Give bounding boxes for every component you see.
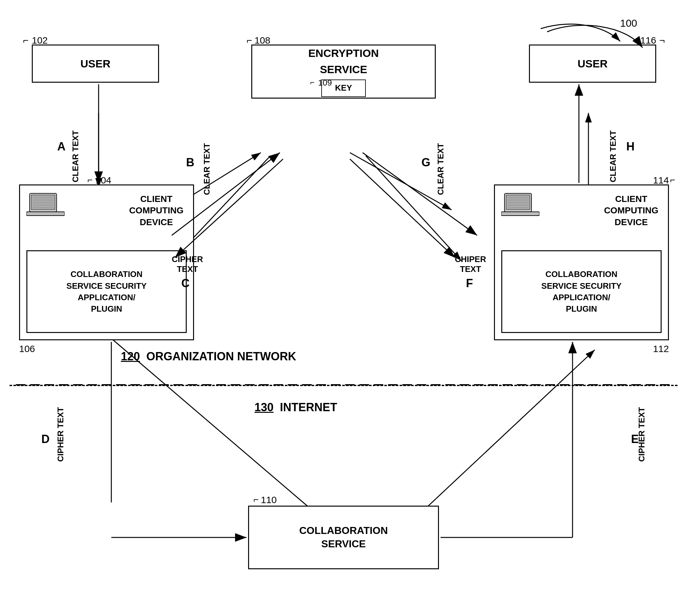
- diagram: 100 USER 102 ⌐ USER 116 ⌐ ENCRYPTION SER…: [0, 0, 688, 616]
- internet-label: 130 INTERNET: [255, 401, 337, 414]
- flow-A-letter: A: [57, 140, 66, 153]
- svg-rect-11: [31, 195, 55, 210]
- flow-D-letter: D: [41, 433, 50, 446]
- ref-112: 112: [653, 344, 669, 354]
- ref-102: 102: [32, 35, 48, 46]
- user-left-box: USER: [32, 45, 159, 83]
- flow-C-text: CIPHERTEXT: [172, 255, 203, 274]
- flow-B-letter: B: [186, 156, 194, 169]
- ref-116: 116: [640, 35, 656, 46]
- svg-rect-12: [26, 212, 65, 216]
- ref-108: 108: [255, 35, 271, 46]
- flow-B-text: CLEAR TEXT: [202, 143, 212, 195]
- ref-100: 100: [620, 18, 637, 29]
- ref-106: 106: [19, 344, 35, 354]
- flow-H-letter: H: [626, 140, 635, 153]
- svg-rect-20: [501, 212, 539, 216]
- plugin-left-box: COLLABORATIONSERVICE SECURITYAPPLICATION…: [26, 250, 187, 333]
- ref-109: 109: [318, 78, 332, 88]
- org-network-label: 120 ORGANIZATION NETWORK: [121, 350, 296, 363]
- flow-C-letter: C: [181, 277, 190, 290]
- client-right-box: CLIENTCOMPUTINGDEVICE COLLABORATIONSERVI…: [494, 184, 669, 340]
- flow-F-letter: F: [466, 277, 473, 290]
- ref-104: 104: [95, 175, 111, 186]
- plugin-right-box: COLLABORATIONSERVICE SECURITYAPPLICATION…: [501, 250, 662, 333]
- laptop-left-icon: [26, 192, 65, 223]
- client-left-box: CLIENTCOMPUTINGDEVICE COLLABORATIONSERVI…: [19, 184, 194, 340]
- svg-line-7: [366, 156, 461, 261]
- flow-E-text: CIPHER TEXT: [637, 407, 647, 462]
- laptop-right-icon: [501, 192, 539, 223]
- flow-G-letter: G: [422, 156, 430, 169]
- collaboration-service-box: COLLABORATION SERVICE: [248, 506, 439, 569]
- ref-110: 110: [261, 494, 277, 505]
- flow-G-text: CLEAR TEXT: [436, 143, 446, 195]
- user-right-box: USER: [529, 45, 656, 83]
- flow-F-text: CHIPERTEXT: [455, 255, 486, 274]
- svg-rect-19: [506, 195, 530, 210]
- flow-A-text: CLEAR TEXT: [71, 130, 81, 182]
- flow-H-text: CLEAR TEXT: [608, 130, 618, 182]
- encryption-service-box: ENCRYPTION SERVICE KEY: [251, 45, 436, 98]
- ref-114: 114: [653, 175, 669, 186]
- flow-D-text: CIPHER TEXT: [56, 407, 66, 462]
- network-separator: [9, 385, 678, 386]
- svg-line-38: [363, 153, 477, 235]
